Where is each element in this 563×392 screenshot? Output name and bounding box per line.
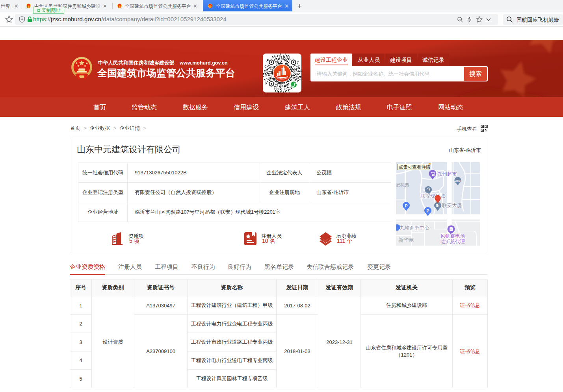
- svg-text:ATM: ATM: [455, 179, 461, 182]
- svg-text:新华苑: 新华苑: [398, 237, 414, 243]
- svg-text:九州超市: 九州超市: [437, 171, 457, 177]
- svg-text:记花园: 记花园: [396, 182, 409, 188]
- svg-text:九峰商务中心: 九峰商务中心: [400, 225, 430, 231]
- svg-text:风帆蓄电池: 风帆蓄电池: [440, 233, 465, 239]
- svg-text:点击可查看详情: 点击可查看详情: [399, 165, 431, 169]
- svg-text:P: P: [405, 203, 407, 208]
- svg-text:联安大厦: 联安大厦: [442, 203, 462, 208]
- svg-text:公共服务平台: 公共服务平台: [279, 79, 286, 81]
- svg-text:临沂总代理: 临沂总代理: [440, 239, 465, 244]
- svg-text:P: P: [426, 209, 429, 213]
- svg-text:联安现代城: 联安现代城: [420, 193, 445, 199]
